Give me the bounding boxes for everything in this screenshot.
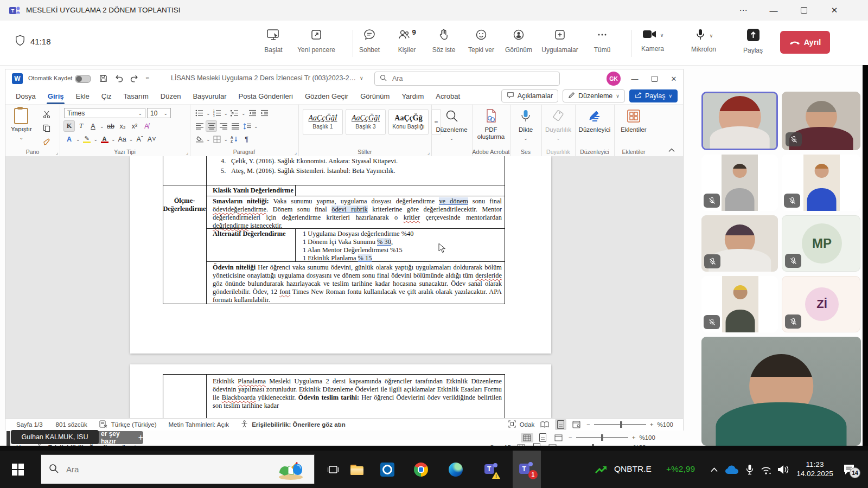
participant-video[interactable] xyxy=(782,92,860,150)
new-window-button[interactable]: Yeni pencere xyxy=(296,28,337,54)
text-predictions[interactable]: Metin Tahminleri: Açık xyxy=(168,421,229,428)
strikethrough-button[interactable]: ab xyxy=(106,121,116,131)
save-icon[interactable] xyxy=(99,74,108,85)
zoom-slider[interactable] xyxy=(576,437,628,438)
edge-button[interactable] xyxy=(447,463,464,477)
network-icon[interactable] xyxy=(758,464,774,476)
redo-icon[interactable] xyxy=(130,74,139,85)
web-layout-icon[interactable] xyxy=(570,420,583,429)
format-painter-icon[interactable] xyxy=(41,136,52,146)
borders-icon[interactable] xyxy=(212,134,222,144)
tray-mic-icon[interactable] xyxy=(743,463,756,477)
pilcrow-icon[interactable]: ¶ xyxy=(241,134,252,144)
participant-video[interactable] xyxy=(701,215,778,272)
zoom-in-icon[interactable]: + xyxy=(650,421,654,428)
shrink-font-icon[interactable]: A˅ xyxy=(146,134,157,144)
focus-label[interactable]: Odak xyxy=(520,421,535,428)
zoom-in-icon[interactable]: + xyxy=(632,434,636,441)
editor-button[interactable]: Düzenleyici xyxy=(575,109,614,133)
style-heading1[interactable]: AaÇçĞğİBaşlık 1 xyxy=(303,109,343,135)
bold-button[interactable]: K xyxy=(64,121,74,131)
word-search-box[interactable] xyxy=(374,72,560,86)
justify-icon[interactable] xyxy=(230,121,240,131)
share-doc-button[interactable]: Paylaş ∨ xyxy=(629,89,678,102)
undo-icon[interactable] xyxy=(114,74,123,85)
start-button[interactable] xyxy=(9,461,27,478)
camera-chevron-icon[interactable]: ∨ xyxy=(660,33,664,38)
underline-button[interactable]: A xyxy=(88,121,98,131)
document-canvas[interactable]: 4. Çelik, Y. (2016). Sağlık Ekonomisi. A… xyxy=(5,156,683,418)
decrease-indent-icon[interactable] xyxy=(247,108,258,118)
language-indicator[interactable]: Türkçe (Türkiye) xyxy=(111,421,157,428)
grow-font-icon[interactable]: Aˆ xyxy=(135,134,145,144)
zoom-level[interactable]: %100 xyxy=(658,421,673,428)
zoom-level[interactable]: %100 xyxy=(639,434,655,441)
mic-button[interactable]: ∨ Mikrofon xyxy=(683,28,724,53)
react-button[interactable]: Tepki ver xyxy=(461,28,502,54)
word-count[interactable]: 801 sözcük xyxy=(56,421,87,428)
teams-active-button[interactable]: T 1 xyxy=(513,451,541,488)
sort-icon[interactable]: AZ xyxy=(229,134,240,144)
superscript-button[interactable]: x² xyxy=(130,121,140,131)
apps-button[interactable]: Uygulamalar xyxy=(539,28,580,54)
chrome-button[interactable] xyxy=(412,463,430,477)
participant-video-active-speaker[interactable] xyxy=(701,92,778,150)
collapse-ribbon-icon[interactable] xyxy=(668,145,675,155)
zoom-slider[interactable] xyxy=(594,424,646,425)
tab-dosya[interactable]: Dosya xyxy=(10,88,42,104)
cut-icon[interactable] xyxy=(41,109,52,119)
font-name-select[interactable]: Times⌄ xyxy=(64,108,145,118)
tab-gorunum[interactable]: Görünüm xyxy=(354,88,395,104)
tab-posta[interactable]: Posta Gönderileri xyxy=(233,88,299,104)
taskbar-clock[interactable]: 11:23 14.02.2025 xyxy=(793,460,837,478)
tab-ekle[interactable]: Ekle xyxy=(69,88,95,104)
stock-widget-icon[interactable] xyxy=(594,464,609,476)
tab-gozden-gecir[interactable]: Gözden Geçir xyxy=(299,88,354,104)
view-button[interactable]: Görünüm xyxy=(498,28,539,54)
taskbar-search-input[interactable] xyxy=(65,464,230,474)
quick-access-chevron-icon[interactable]: ≂ xyxy=(145,75,150,81)
accessibility-status[interactable]: Erişilebilirlik: Önerilere göz atın xyxy=(252,421,346,428)
participant-video[interactable] xyxy=(701,276,778,332)
clear-formatting-icon[interactable]: A̸ xyxy=(142,121,152,131)
comments-button[interactable]: Açıklamalar xyxy=(501,89,558,102)
tab-acrobat[interactable]: Acrobat xyxy=(430,88,466,104)
addins-button[interactable]: Eklentiler xyxy=(614,109,653,133)
chat-button[interactable]: Sohbet xyxy=(349,28,390,54)
dialog-launcher-icon[interactable]: ⌟ xyxy=(295,150,297,155)
italic-button[interactable]: T xyxy=(76,121,86,131)
tab-giris[interactable]: Giriş xyxy=(42,88,70,104)
window-more-icon[interactable]: ⋯ xyxy=(735,4,751,16)
onedrive-icon[interactable] xyxy=(724,464,740,475)
numbered-list-icon[interactable]: 123 xyxy=(212,108,222,118)
tab-tasarim[interactable]: Tasarım xyxy=(118,88,155,104)
task-view-button[interactable] xyxy=(324,463,342,477)
volume-icon[interactable] xyxy=(776,463,791,476)
paste-button[interactable]: Yapıştır ⌄ xyxy=(11,108,32,142)
stock-symbol[interactable]: QNBTR.E xyxy=(614,464,652,474)
tab-duzen[interactable]: Düzen xyxy=(155,88,187,104)
raise-hand-button[interactable]: Söz iste xyxy=(423,28,464,54)
participant-video[interactable] xyxy=(782,155,860,211)
line-spacing-icon[interactable] xyxy=(242,121,252,131)
teams-warning-button[interactable]: T ! xyxy=(482,463,501,478)
text-effects-icon[interactable]: A xyxy=(64,134,74,144)
proofing-icon[interactable] xyxy=(99,420,107,429)
word-close-icon[interactable]: ✕ xyxy=(666,73,681,85)
window-maximize-icon[interactable] xyxy=(796,4,812,16)
participant-video-large[interactable] xyxy=(701,337,861,446)
dialog-launcher-icon[interactable]: ⌟ xyxy=(186,150,188,155)
file-explorer-button[interactable] xyxy=(348,463,366,477)
plus-icon[interactable]: + xyxy=(138,433,143,442)
tab-ciz[interactable]: Çiz xyxy=(95,88,118,104)
copy-icon[interactable] xyxy=(41,123,52,133)
camera-button[interactable]: ∨ Kamera xyxy=(632,28,673,53)
highlight-icon[interactable]: ✎ xyxy=(82,134,92,144)
word-restore-icon[interactable] xyxy=(647,73,662,85)
editing-mode-button[interactable]: Düzenleme ∨ xyxy=(563,89,625,102)
leave-button[interactable]: Ayrıl xyxy=(780,31,830,54)
shading-icon[interactable] xyxy=(194,134,205,144)
autosave-toggle[interactable] xyxy=(75,75,91,83)
read-mode-icon[interactable] xyxy=(538,420,551,429)
mic-chevron-icon[interactable]: ∨ xyxy=(710,33,713,38)
